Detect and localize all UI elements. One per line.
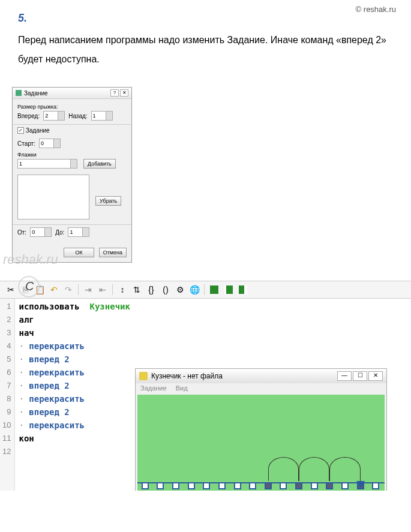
tick--1 — [249, 482, 256, 489]
cmd-1: перекрасить — [29, 341, 85, 351]
cmd-3: перекрасить — [29, 368, 85, 377]
maximize-button[interactable]: ☐ — [353, 371, 367, 381]
close-button[interactable]: ✕ — [120, 89, 128, 97]
cmd-7: перекрасить — [29, 420, 85, 430]
cmd-5: перекрасить — [29, 394, 85, 404]
svg-marker-0 — [356, 481, 365, 488]
kw-alg: алг — [19, 313, 130, 326]
cmd-4: вперед 2 — [29, 381, 69, 390]
tick-2 — [295, 482, 302, 489]
settings-dialog: Задание ? ✕ Размер прыжка: Вперед: 2 Наз… — [12, 87, 132, 263]
from-label: От: — [17, 229, 26, 236]
menu-view[interactable]: Вид — [176, 384, 188, 392]
task-number: 5. — [18, 12, 27, 24]
grasshopper-window: Кузнечик - нет файла — ☐ ✕ Задание Вид -… — [135, 368, 387, 491]
jump-size-label: Размер прыжка: — [17, 104, 127, 110]
start-label: Старт: — [17, 140, 35, 147]
jump-arc — [329, 457, 360, 481]
layout1-icon[interactable] — [208, 284, 220, 296]
to-input[interactable]: 1 — [68, 227, 89, 237]
globe-icon[interactable]: 🌐 — [188, 284, 200, 296]
to-label: До: — [55, 229, 64, 236]
grasshopper-menu[interactable]: Задание Вид — [136, 383, 386, 393]
layout3-icon[interactable] — [237, 284, 249, 296]
ok-button[interactable]: ОК — [64, 248, 94, 257]
from-input[interactable]: 0 — [30, 227, 52, 237]
menu-task[interactable]: Задание — [140, 384, 167, 392]
tick--2 — [234, 482, 241, 489]
close-window-button[interactable]: ✕ — [368, 371, 383, 381]
cancel-button[interactable]: Отмена — [99, 248, 127, 257]
help-button[interactable]: ? — [110, 89, 119, 97]
watermark-circle-1 — [18, 276, 40, 297]
kw-begin: нач — [19, 326, 130, 339]
tick--3 — [218, 482, 226, 489]
cut-icon[interactable]: ✂ — [5, 284, 17, 296]
tick--6 — [172, 482, 179, 489]
task-checkbox-label: Задание — [26, 127, 50, 134]
undo-icon[interactable]: ↶ — [48, 284, 60, 296]
outdent-icon[interactable]: ⇤ — [97, 284, 109, 296]
grasshopper-canvas: -8-7-6-5-4-3-2-101234567 — [137, 395, 385, 491]
indent-icon[interactable]: ⇥ — [82, 284, 94, 296]
braces1-icon[interactable]: {} — [145, 284, 157, 296]
tick-4 — [326, 482, 333, 489]
forward-input[interactable]: 2 — [43, 111, 65, 121]
forward-label: Вперед: — [17, 113, 40, 119]
back-input[interactable]: 1 — [91, 111, 113, 121]
add-button[interactable]: Добавить — [83, 159, 116, 169]
tick--5 — [188, 482, 195, 489]
start-input[interactable]: 0 — [39, 139, 61, 148]
tick--7 — [157, 482, 164, 489]
tick-3 — [311, 482, 318, 489]
dialog-titlebar[interactable]: Задание ? ✕ — [13, 88, 131, 99]
line-numbers: 123 456 789 101112 — [0, 299, 15, 491]
tick-7 — [372, 482, 379, 489]
braces2-icon[interactable]: () — [160, 284, 172, 296]
task-description: Перед написанием программы надо изменить… — [0, 31, 411, 81]
remove-button[interactable]: Убрать — [95, 196, 121, 206]
redo-icon[interactable]: ↷ — [62, 284, 74, 296]
tick-0 — [265, 482, 272, 489]
jump-arc — [299, 457, 329, 481]
layout2-icon[interactable] — [223, 284, 235, 296]
grasshopper-titlebar[interactable]: Кузнечик - нет файла — ☐ ✕ — [136, 369, 386, 383]
gear-icon[interactable]: ⚙ — [174, 284, 186, 296]
kw-module: Кузнечик — [89, 302, 130, 311]
grasshopper-icon — [139, 372, 148, 380]
copyright: © reshak.ru — [356, 5, 396, 14]
tick-5 — [341, 482, 349, 489]
tick--8 — [142, 482, 149, 489]
tick-1 — [280, 482, 287, 489]
dialog-title: Задание — [24, 90, 109, 97]
minimize-button[interactable]: — — [337, 371, 352, 381]
flags-list[interactable] — [17, 175, 89, 220]
cmd-6: вперед 2 — [29, 407, 69, 417]
step-icon[interactable]: ↕ — [116, 284, 128, 296]
editor-toolbar: ✂ ⎘ 📋 ↶ ↷ ⇥ ⇤ ↕ ⇅ {} () ⚙ 🌐 — [0, 281, 411, 299]
kw-use: использовать — [19, 302, 79, 311]
back-label: Назад: — [68, 113, 87, 119]
flags-label: Флажки — [17, 152, 127, 158]
cmd-2: вперед 2 — [29, 354, 69, 364]
jump-arc — [268, 457, 299, 481]
dialog-icon — [16, 90, 22, 96]
flag-input[interactable]: 1 — [17, 159, 77, 169]
grasshopper-title: Кузнечик - нет файла — [151, 372, 336, 380]
kw-end: кон — [19, 432, 130, 445]
task-checkbox[interactable]: ✓ — [17, 127, 24, 134]
step2-icon[interactable]: ⇅ — [131, 284, 143, 296]
tick--4 — [203, 482, 210, 489]
